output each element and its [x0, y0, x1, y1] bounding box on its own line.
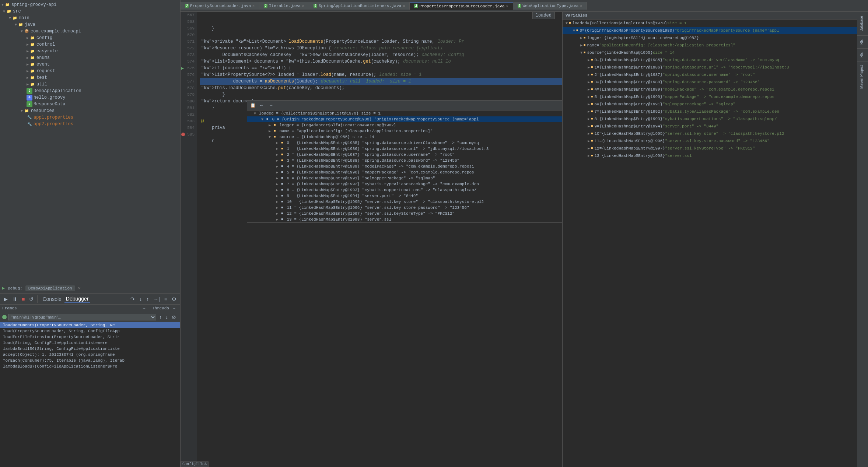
editor-tab-2[interactable]: J SpringApplicationRunListeners.java ✕ [309, 2, 410, 10]
debug-session-tab[interactable]: DemoApiApplication [25, 285, 75, 291]
var-tree-item[interactable]: ▶ ■ 7 = {LinkedHashMap$Entry@1992} "myba… [563, 108, 857, 115]
code-scroll[interactable]: 567568569570571572573574575▶576577578579… [181, 12, 562, 467]
var-tree-item[interactable]: ▶ ■ 6 = {LinkedHashMap$Entry@1991} "sqlM… [563, 101, 857, 108]
thread-up-button[interactable]: ↑ [158, 313, 163, 321]
editor-tab-1[interactable]: J Iterable.java ✕ [259, 2, 309, 10]
var-tree-item[interactable]: ▶ ■ 4 = {LinkedHashMap$Entry@1989} "mode… [563, 86, 857, 93]
popup-item[interactable]: ▶■3 = {LinkedHashMap$Entry@1988} "spring… [247, 158, 562, 164]
var-tree-item[interactable]: ▶ ■ 13 = {LinkedHashMap$Entry@1998} "ser… [563, 152, 857, 159]
rerun-button[interactable]: ↺ [28, 295, 35, 303]
run-to-cursor-button[interactable]: →| [152, 295, 161, 303]
step-into-button[interactable]: ↓ [138, 295, 143, 303]
tree-item-control[interactable]: ▶📁control [0, 41, 180, 48]
tree-item-ResponseData[interactable]: JResponseData [0, 101, 180, 108]
pause-button[interactable]: ⏸ [11, 295, 19, 303]
debugger-tab[interactable]: Debugger [64, 295, 90, 303]
tab-close-3[interactable]: ✕ [506, 4, 508, 8]
tree-item-easyrule[interactable]: ▶📁easyrule [0, 48, 180, 55]
popup-item[interactable]: ▶■11 = {LinkedHashMap$Entry@1996} "serve… [247, 205, 562, 211]
popup-back-button[interactable]: ← [258, 102, 265, 109]
tab-close-0[interactable]: ✕ [252, 4, 255, 8]
editor-tab-3[interactable]: J PropertiesPropertySourceLoader.java ✕ [410, 2, 513, 10]
maven-tab-button[interactable]: Maven Project [857, 61, 868, 92]
database-tab-button[interactable]: Database [857, 12, 868, 35]
tree-item-app2.properties[interactable]: 🔧app2.properties [0, 121, 180, 127]
var-tree-item[interactable]: ▶ ■ name = "applicationConfig: [classpat… [563, 42, 857, 49]
var-tree-item[interactable]: ▶ ■ 2 = {LinkedHashMap$Entry@1987} "spri… [563, 71, 857, 78]
editor-tab-4[interactable]: J WebApplicationType.java ✕ [513, 2, 587, 10]
settings-button[interactable]: ⚙ [170, 295, 178, 303]
frame-item[interactable]: load(String, ConfigFileApplicationListen… [0, 340, 180, 346]
tab-close-4[interactable]: ✕ [580, 4, 582, 8]
frames-arrow-button[interactable]: → [141, 306, 148, 311]
var-tree-item[interactable]: ▶ ■ 10 = {LinkedHashMap$Entry@1995} "ser… [563, 130, 857, 137]
popup-forward-button[interactable]: → [267, 102, 275, 109]
tab-close-1[interactable]: ✕ [302, 4, 304, 8]
popup-item[interactable]: ▶■2 = {LinkedHashMap$Entry@1987} "spring… [247, 152, 562, 158]
thread-down-button[interactable]: ↓ [164, 313, 169, 321]
console-tab[interactable]: Console [41, 295, 63, 303]
popup-item[interactable]: ▶■5 = {LinkedHashMap$Entry@1990} "mapper… [247, 169, 562, 175]
resume-button[interactable]: ▶ [2, 295, 9, 303]
popup-item[interactable]: ▶■1 = {LinkedHashMap$Entry@1986} "spring… [247, 146, 562, 152]
evaluate-button[interactable]: ≡ [163, 295, 169, 303]
frame-item[interactable]: accept(Object):-1, 2012330741 (org.sprin… [0, 352, 180, 358]
popup-item[interactable]: ▶■4 = {LinkedHashMap$Entry@1989} "modelP… [247, 164, 562, 169]
popup-item[interactable]: ▶■10 = {LinkedHashMap$Entry@1995} "serve… [247, 199, 562, 205]
step-out-button[interactable]: ↑ [145, 295, 150, 303]
re-tab-button-2[interactable]: RE [857, 48, 868, 61]
var-tree-item[interactable]: ▶ ■ 9 = {LinkedHashMap$Entry@1994} "serv… [563, 123, 857, 130]
tree-item-request[interactable]: ▶📁request [0, 68, 180, 74]
threads-arrow-button[interactable]: → [171, 306, 178, 311]
tree-item-main[interactable]: ▼📁main [0, 15, 180, 21]
tree-item-hello.groovy[interactable]: Ghello.groovy [0, 94, 180, 101]
tree-item-java[interactable]: ▼📁java [0, 21, 180, 28]
editor-tab-0[interactable]: J PropertySourceLoader.java ✕ [181, 2, 259, 10]
tree-item-com.example.demoapi[interactable]: ▼📦com.example.demoapi [0, 28, 180, 35]
debug-close-icon[interactable]: ✕ [78, 285, 81, 291]
tree-item-config[interactable]: ▶📁config [0, 35, 180, 41]
popup-item[interactable]: ▶■0 = {LinkedHashMap$Entry@1985} "spring… [247, 140, 562, 146]
var-tree-item[interactable]: ▶ ■ 3 = {LinkedHashMap$Entry@1988} "spri… [563, 78, 857, 86]
tree-item-event[interactable]: ▶📁event [0, 61, 180, 68]
frame-item[interactable]: lambda$null$6(String, ConfigFileApplicat… [0, 346, 180, 352]
tree-item-src[interactable]: ▼📁src [0, 8, 180, 15]
var-tree-item[interactable]: ▼ ■ loaded = {Collections$SingletonList@… [563, 20, 857, 27]
frame-item[interactable]: lambda$load$7(ConfigFileApplicationListe… [0, 364, 180, 369]
var-tree-item[interactable]: ▶ ■ 1 = {LinkedHashMap$Entry@1986} "spri… [563, 64, 857, 71]
tree-item-enums[interactable]: ▶📁enums [0, 55, 180, 61]
stop-button[interactable]: ■ [20, 295, 26, 303]
var-tree-item[interactable]: ▼ ■ source = {LinkedHashMap@1955} size =… [563, 49, 857, 56]
tree-item-test[interactable]: ▶📁test [0, 74, 180, 81]
frame-item[interactable]: forEach(Consumer):75, Iterable (java.lan… [0, 358, 180, 364]
tree-item-util[interactable]: ▶📁util [0, 81, 180, 88]
var-tree-item[interactable]: ▶ ■ 11 = {LinkedHashMap$Entry@1996} "ser… [563, 137, 857, 145]
step-over-button[interactable]: ↷ [129, 295, 136, 303]
popup-item[interactable]: ▼loaded = {Collections$SingletonList@197… [247, 110, 562, 116]
var-tree-item[interactable]: ▶ ■ 12 = {LinkedHashMap$Entry@1997} "ser… [563, 145, 857, 152]
popup-item[interactable]: ▶■12 = {LinkedHashMap$Entry@1997} "serve… [247, 211, 562, 217]
popup-item[interactable]: ▼■0 = {OriginTrackedMapPropertySource@19… [247, 116, 562, 122]
popup-item[interactable]: ▼■source = {LinkedHashMap@1955} size = 1… [247, 134, 562, 140]
var-tree-item[interactable]: ▼ ■ 0 = {OriginTrackedMapPropertySource@… [563, 27, 857, 34]
tree-item-spring-groovy-api[interactable]: ▼📁spring-groovy-api [0, 1, 180, 8]
popup-item[interactable]: ▶■13 = {LinkedHashMap$Entry@1998} "serve… [247, 217, 562, 222]
tree-item-app1.properties[interactable]: 🔧app1.properties [0, 114, 180, 121]
frame-item[interactable]: load(PropertySourceLoader, String, Confi… [0, 328, 180, 334]
re-tab-button-1[interactable]: RE [857, 35, 868, 48]
popup-item[interactable]: ▶■6 = {LinkedHashMap$Entry@1991} "sqlMap… [247, 175, 562, 181]
tree-item-resources[interactable]: ▼📁resources [0, 108, 180, 114]
popup-item[interactable]: ▶■logger = {LogAdapter$Slf4jLocationAwar… [247, 122, 562, 128]
tree-item-DemoApiApplication[interactable]: JDemoApiApplication [0, 88, 180, 94]
popup-item[interactable]: ▶■9 = {LinkedHashMap$Entry@1994} "server… [247, 193, 562, 199]
var-tree-item[interactable]: ▶ ■ logger = {LogAdapter$Slf4jLocationAw… [563, 34, 857, 42]
frame-item[interactable]: loadDocuments(PropertySourceLoader, Stri… [0, 322, 180, 328]
frame-item[interactable]: loadForFileExtension(PropertySourceLoade… [0, 334, 180, 340]
var-tree-item[interactable]: ▶ ■ 8 = {LinkedHashMap$Entry@1993} "myba… [563, 115, 857, 123]
thread-filter-button[interactable]: ⊘ [170, 313, 178, 321]
tab-close-2[interactable]: ✕ [403, 4, 405, 8]
popup-item[interactable]: ▶■name = "applicationConfig: [classpath:… [247, 128, 562, 134]
var-tree-item[interactable]: ▶ ■ 0 = {LinkedHashMap$Entry@1985} "spri… [563, 56, 857, 64]
popup-item[interactable]: ▶■8 = {LinkedHashMap$Entry@1993} "mybati… [247, 187, 562, 193]
popup-item[interactable]: ▶■7 = {LinkedHashMap$Entry@1992} "mybati… [247, 181, 562, 187]
